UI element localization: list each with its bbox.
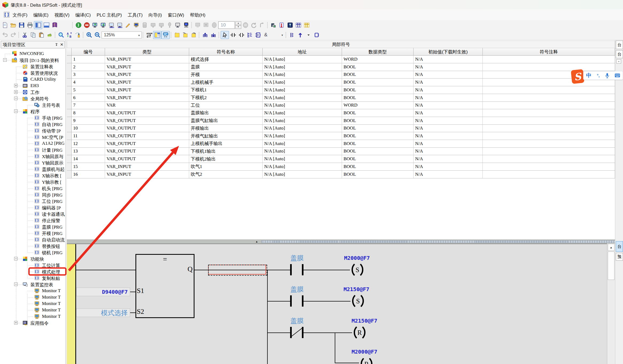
cell[interactable]: 工位	[189, 101, 263, 109]
cell[interactable]	[483, 56, 615, 63]
cell[interactable]: N/A	[414, 63, 483, 71]
function-block-icon[interactable]	[254, 31, 262, 39]
cell[interactable]: VAR_INPUT	[105, 171, 189, 178]
cell[interactable]: BOOL	[342, 117, 414, 124]
cell[interactable]	[67, 147, 72, 155]
cell[interactable]	[67, 124, 72, 132]
row-selector-header[interactable]	[67, 48, 72, 56]
coil-set[interactable]: S	[350, 295, 366, 307]
cell[interactable]: N/A [Auto]	[263, 86, 342, 94]
simulator-start-icon[interactable]	[74, 21, 83, 29]
cell[interactable]: VAR_OUTPUT	[105, 109, 189, 117]
cell[interactable]: 5	[72, 86, 105, 94]
help-book-icon[interactable]: ?	[50, 21, 59, 29]
cell[interactable]: BOOL	[342, 86, 414, 94]
menu-帮助(H)[interactable]: 帮助(H)	[187, 9, 208, 20]
edit-registers-icon[interactable]	[124, 21, 132, 29]
paste-icon[interactable]	[37, 31, 45, 39]
device-table-yellow-icon[interactable]	[302, 21, 311, 29]
cell[interactable]	[67, 56, 72, 63]
coil-operand[interactable]: M2000@F7	[352, 349, 377, 355]
contact-icon[interactable]	[229, 31, 237, 39]
cell[interactable]	[67, 140, 72, 147]
cell[interactable]: 11	[72, 132, 105, 140]
monitor-gray-icon[interactable]	[174, 21, 182, 29]
comment-view-icon[interactable]	[161, 31, 170, 39]
vertical-line-icon[interactable]	[288, 31, 296, 39]
simulator-stop-icon[interactable]	[83, 21, 91, 29]
close-icon[interactable]: ✕	[59, 42, 64, 47]
cell[interactable]: 下模机1	[189, 86, 263, 94]
menu-文件(F)[interactable]: 文件(F)	[10, 9, 30, 20]
cell[interactable]: 下模机2	[189, 94, 263, 101]
copy-icon[interactable]	[29, 31, 37, 39]
stop-gray-icon[interactable]	[241, 21, 250, 29]
cell[interactable]: N/A	[414, 86, 483, 94]
cell[interactable]	[67, 94, 72, 101]
cell[interactable]	[67, 63, 72, 71]
network-tool-icon[interactable]	[182, 21, 190, 29]
cell[interactable]	[67, 163, 72, 170]
cell[interactable]: N/A	[414, 79, 483, 86]
cell[interactable]: BOOL	[342, 132, 414, 140]
cell[interactable]: VAR	[105, 101, 189, 109]
column-header-符号注释[interactable]: 符号注释	[483, 48, 615, 56]
com-port-1-icon[interactable]: IOIOI	[107, 21, 116, 29]
column-header-初始值(下载时生效)[interactable]: 初始值(下载时生效)	[414, 48, 483, 56]
cell[interactable]: VAR_INPUT	[105, 86, 189, 94]
cell[interactable]: WORD	[342, 56, 414, 63]
cell[interactable]: VAR_OUTPUT	[105, 155, 189, 163]
window-output-icon[interactable]	[42, 21, 50, 29]
cell[interactable]: 上模机械手输出	[189, 140, 263, 147]
download-gray-icon[interactable]	[157, 21, 165, 29]
instruction-combo[interactable]: &▼	[262, 32, 285, 38]
cell[interactable]: BOOL	[342, 140, 414, 147]
cell[interactable]: VAR_INPUT	[105, 71, 189, 78]
cell[interactable]: 吹气1	[189, 163, 263, 170]
cell[interactable]: BOOL	[342, 147, 414, 155]
coil-icon[interactable]	[237, 31, 246, 39]
cell[interactable]: N/A	[414, 163, 483, 170]
pane-splitter[interactable]: ▲	[67, 240, 623, 244]
cell[interactable]	[67, 132, 72, 140]
menu-编辑(E)[interactable]: 编辑(E)	[30, 9, 52, 20]
cell[interactable]: BOOL	[342, 124, 414, 132]
network-activate-icon[interactable]	[201, 31, 209, 39]
ime-lang-icon[interactable]: 中	[586, 72, 591, 79]
cell[interactable]: 9	[72, 117, 105, 124]
thermometer-icon[interactable]	[278, 21, 286, 29]
device-monitor-icon[interactable]	[132, 21, 141, 29]
jump-gray-icon[interactable]	[258, 21, 266, 29]
cell[interactable]: VAR_INPUT	[105, 163, 189, 170]
dock-expand-icon[interactable]: +	[616, 59, 621, 64]
column-header-类型[interactable]: 类型	[105, 48, 189, 56]
cell[interactable]: 盖膜输出	[189, 109, 263, 117]
cell[interactable]: N/A	[414, 109, 483, 117]
cell[interactable]: BOOL	[342, 79, 414, 86]
selected-cell-box[interactable]	[208, 265, 266, 275]
cell[interactable]: 盖膜	[189, 63, 263, 71]
device-table-blue-icon[interactable]	[294, 21, 302, 29]
cell[interactable]: 15	[72, 163, 105, 170]
cell[interactable]	[483, 163, 615, 170]
cell[interactable]: WORD	[342, 101, 414, 109]
cell[interactable]: VAR_OUTPUT	[105, 124, 189, 132]
calibration-icon[interactable]	[286, 21, 294, 29]
cell[interactable]: VAR_OUTPUT	[105, 147, 189, 155]
cell[interactable]: 4	[72, 79, 105, 86]
cell[interactable]	[483, 101, 615, 109]
zoom-out-icon[interactable]	[93, 31, 102, 39]
cell[interactable]: 12	[72, 140, 105, 147]
cell[interactable]	[483, 147, 615, 155]
column-header-符号名称[interactable]: 符号名称	[189, 48, 263, 56]
com-port-2-icon[interactable]: IOIOI	[116, 21, 124, 29]
cell[interactable]: 模式选择	[189, 56, 263, 63]
select-cursor-icon[interactable]	[221, 31, 229, 39]
cell[interactable]: BOOL	[342, 94, 414, 101]
coil-operand[interactable]: M2150@F7	[344, 286, 369, 292]
cell[interactable]	[483, 155, 615, 163]
contact-leg[interactable]	[290, 295, 292, 307]
dock-tab-ladder-1[interactable]: 台	[616, 241, 623, 252]
oval-gray-icon[interactable]	[210, 21, 218, 29]
cell[interactable]: N/A [Auto]	[263, 124, 342, 132]
